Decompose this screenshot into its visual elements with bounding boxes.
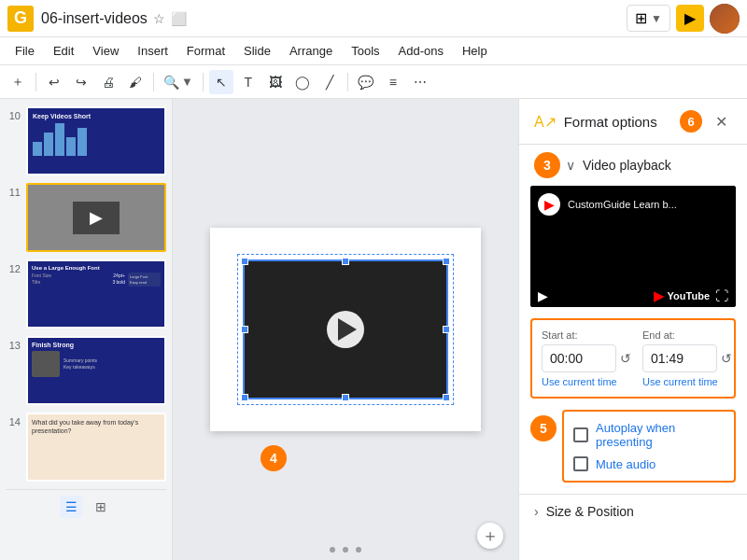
video-section-header-row: 3 ∨ Video playback	[519, 145, 747, 186]
bar2	[44, 133, 53, 156]
menu-insert[interactable]: Insert	[130, 41, 176, 61]
size-section-header[interactable]: › Size & Position	[519, 495, 747, 528]
redo-button[interactable]: ↪	[69, 70, 93, 94]
video-preview-inner: ▶ CustomGuide Learn b... ▶ ▶ YouTube ⛶	[530, 186, 736, 307]
format-panel-close[interactable]: ✕	[710, 110, 732, 133]
menu-view[interactable]: View	[85, 41, 126, 61]
comment-button[interactable]: 💬	[354, 70, 378, 94]
start-use-current[interactable]: Use current time	[542, 376, 631, 387]
video-section-toggle[interactable]: ∨ Video playback	[566, 158, 732, 173]
mute-checkbox[interactable]	[573, 456, 588, 471]
menu-edit[interactable]: Edit	[46, 41, 81, 61]
slide12-title: Use a Large Enough Font	[32, 265, 161, 271]
toolbar-sep-4	[347, 73, 348, 91]
fullscreen-icon[interactable]: ⛶	[715, 288, 728, 303]
menu-file[interactable]: File	[7, 41, 42, 61]
chevron-right-icon: ›	[534, 504, 539, 519]
layout-button[interactable]: ⊞ ▼	[627, 5, 670, 32]
slide12-right: Large Font Easy read	[128, 273, 161, 287]
handle-bl[interactable]	[241, 394, 248, 401]
print-button[interactable]: 🖨	[96, 70, 120, 94]
menu-format[interactable]: Format	[179, 41, 233, 61]
slide11-content: ▶	[28, 185, 164, 250]
slide-img-11[interactable]: ▶	[26, 183, 166, 252]
user-avatar[interactable]	[710, 4, 740, 34]
grid-view-btn[interactable]: ☰	[60, 496, 82, 518]
page-dot-3[interactable]	[356, 547, 361, 553]
chevron-down-icon: ∨	[566, 158, 575, 173]
menu-arrange[interactable]: Arrange	[282, 41, 340, 61]
undo-button[interactable]: ↩	[42, 70, 66, 94]
page-dot-2[interactable]	[343, 547, 348, 553]
paint-format-button[interactable]: 🖌	[123, 70, 148, 94]
handle-br[interactable]	[443, 394, 450, 401]
handle-bm[interactable]	[342, 394, 349, 401]
start-label: Start at:	[542, 329, 631, 341]
slide-thumb-10: 10 Keep Videos Short	[6, 106, 166, 175]
play-triangle	[338, 318, 357, 341]
youtube-brand: ▶ YouTube	[654, 288, 710, 303]
step-badge-4: 4	[261, 445, 287, 471]
autoplay-checkbox-row[interactable]: Autoplay when presenting	[573, 421, 725, 449]
canvas-area: 4 ＋	[173, 99, 518, 560]
bar4	[66, 137, 76, 156]
more-button[interactable]: ⋯	[408, 70, 432, 94]
start-time-input[interactable]	[542, 344, 616, 372]
text-button[interactable]: T	[236, 70, 261, 94]
cursor-button[interactable]: ↖	[209, 70, 233, 94]
slide-img-14[interactable]: What did you take away from today's pres…	[26, 413, 166, 482]
handle-tm[interactable]	[342, 258, 349, 265]
video-in-slide[interactable]	[243, 259, 448, 399]
menu-slide[interactable]: Slide	[236, 41, 278, 61]
video-spacer	[530, 223, 736, 285]
slide-img-12[interactable]: Use a Large Enough Font Font Size 24pt+ …	[26, 259, 166, 329]
bar1	[33, 142, 42, 156]
slide13-text: Summary points Key takeaways	[63, 357, 161, 371]
slide14-text: What did you take away from today's pres…	[32, 418, 161, 435]
handle-mr[interactable]	[443, 326, 450, 333]
video-play-button[interactable]: ▶	[538, 288, 548, 303]
handle-tl[interactable]	[241, 258, 248, 265]
slide-img-13[interactable]: Finish Strong Summary points Key takeawa…	[26, 336, 166, 405]
slide-img-10[interactable]: Keep Videos Short	[26, 106, 166, 175]
present-button[interactable]: ▶	[676, 5, 704, 32]
menu-tools[interactable]: Tools	[344, 41, 387, 61]
slide12-row2: Title 3 bold	[32, 279, 125, 285]
page-dot-1[interactable]	[330, 547, 335, 553]
mute-label: Mute audio	[596, 457, 655, 471]
end-use-current[interactable]: Use current time	[642, 376, 732, 387]
slide-thumb-12: 12 Use a Large Enough Font Font Size 24p…	[6, 259, 166, 329]
video-section-title: Video playback	[583, 158, 671, 173]
folder-icon[interactable]: ⬜	[171, 11, 187, 26]
image-button[interactable]: 🖼	[263, 70, 288, 94]
slide12-r1: Large Font	[130, 274, 159, 279]
star-icon[interactable]: ☆	[153, 11, 165, 26]
slide-thumb-14: 14 What did you take away from today's p…	[6, 413, 166, 482]
list-button[interactable]: ≡	[381, 70, 405, 94]
menu-help[interactable]: Help	[455, 41, 495, 61]
end-reset-icon[interactable]: ↺	[721, 351, 732, 366]
slide-num-11: 11	[6, 183, 21, 198]
add-button[interactable]: ＋	[6, 70, 30, 94]
mute-checkbox-row[interactable]: Mute audio	[573, 456, 725, 471]
shapes-button[interactable]: ◯	[290, 70, 315, 94]
video-controls-bar: ▶ ▶ YouTube ⛶	[530, 285, 736, 307]
add-slide-button[interactable]: ＋	[477, 523, 503, 549]
start-reset-icon[interactable]: ↺	[620, 351, 631, 366]
end-input-row: ↺	[642, 344, 732, 372]
handle-ml[interactable]	[241, 326, 248, 333]
zoom-select[interactable]: 🔍▼	[160, 75, 197, 90]
slide12-content: Use a Large Enough Font Font Size 24pt+ …	[28, 261, 164, 327]
toolbar: ＋ ↩ ↪ 🖨 🖌 🔍▼ ↖ T 🖼 ◯ ╱ 💬 ≡ ⋯	[0, 65, 747, 99]
format-panel: A↗ Format options 6 ✕ 3 ∨ Video playback…	[518, 99, 747, 560]
end-time-input[interactable]	[642, 344, 717, 372]
toolbar-sep-2	[153, 73, 154, 91]
menu-addons[interactable]: Add-ons	[391, 41, 451, 61]
line-button[interactable]: ╱	[317, 70, 342, 94]
list-view-btn[interactable]: ⊞	[90, 496, 112, 518]
slide11-video: ▶	[73, 202, 120, 234]
slide13-line1: Summary points	[63, 357, 161, 363]
play-button-overlay[interactable]	[327, 311, 364, 348]
autoplay-checkbox[interactable]	[573, 427, 588, 442]
handle-tr[interactable]	[443, 258, 450, 265]
